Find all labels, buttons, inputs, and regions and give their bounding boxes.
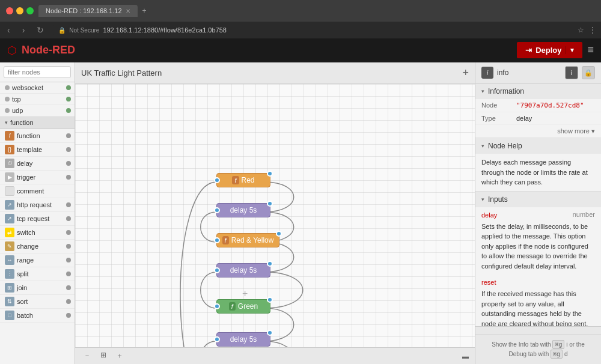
sidebar-item-change[interactable]: ✎ change <box>0 240 75 253</box>
node-value: "7907a70d.527cd8" <box>516 102 584 109</box>
maximize-button[interactable] <box>26 7 34 14</box>
address-bar[interactable]: 🔒 Not Secure 192.168.1.12:1880/#flow/816… <box>53 25 570 35</box>
reset-description: If the received message has this propert… <box>475 288 601 326</box>
zoom-in-button[interactable]: ＋ <box>114 350 126 362</box>
scrollbar-area[interactable] <box>475 326 601 335</box>
node-label: split <box>17 270 64 278</box>
function-icon: f <box>232 176 239 184</box>
show-more-link[interactable]: show more ▾ <box>475 125 601 138</box>
forward-button[interactable]: › <box>20 24 28 36</box>
search-input[interactable] <box>4 66 71 78</box>
sidebar-item-template[interactable]: {} template <box>0 143 75 157</box>
deploy-dropdown-icon[interactable]: ▾ <box>565 46 574 54</box>
nav-bar: ‹ › ↻ 🔒 Not Secure 192.168.1.12:1880/#fl… <box>0 22 601 38</box>
traffic-lights <box>6 7 34 14</box>
sidebar-item-delay[interactable]: ⏱ delay <box>0 157 75 171</box>
browser-chrome: Node-RED : 192.168.1.12 ✕ + <box>0 0 601 22</box>
refresh-button[interactable]: ↻ <box>34 24 46 36</box>
connector-out <box>66 271 71 276</box>
node-icon: ▶ <box>5 172 14 182</box>
connector-out <box>66 216 71 221</box>
delay-type: number <box>573 211 595 218</box>
sidebar-item-function[interactable]: f function <box>0 129 75 143</box>
info-tab-icon[interactable]: i <box>481 67 493 79</box>
sidebar-item-trigger[interactable]: ▶ trigger <box>0 171 75 184</box>
sidebar-item-http-request[interactable]: ↗ http request <box>0 198 75 212</box>
close-button[interactable] <box>6 7 13 14</box>
info-tab-button[interactable]: i <box>565 66 578 79</box>
lock-tab-button[interactable]: 🔒 <box>582 66 595 79</box>
menu-icon[interactable]: ⋮ <box>589 26 596 34</box>
sidebar-section-function[interactable]: ▾ function <box>0 117 75 129</box>
tab-title: Node-RED : 192.168.1.12 <box>46 7 122 14</box>
info-shortcut-label: Show the Info tab with <box>492 341 552 348</box>
sidebar-item-tcp[interactable]: tcp <box>0 94 75 105</box>
sidebar-item-comment[interactable]: comment <box>0 184 75 198</box>
back-button[interactable]: ‹ <box>5 24 13 36</box>
browser-tab[interactable]: Node-RED : 192.168.1.12 ✕ <box>38 5 138 17</box>
delay-description: Sets the delay, in milliseconds, to be a… <box>475 220 601 275</box>
node-icon: ↗ <box>5 214 14 223</box>
node-label: change <box>17 243 64 250</box>
info-section-information-header[interactable]: ▾ Information <box>475 83 601 99</box>
sidebar-item-join[interactable]: ⊞ join <box>0 281 75 295</box>
node-label: udp <box>12 107 64 114</box>
add-tab-icon[interactable]: + <box>142 7 147 15</box>
minimize-button[interactable] <box>16 7 23 14</box>
flow-node-redyellow[interactable]: f Red & Yellow <box>216 233 279 247</box>
input-port <box>214 207 220 213</box>
connector-out <box>66 258 71 262</box>
zoom-out-button[interactable]: － <box>81 350 93 362</box>
flow-node-delay1[interactable]: delay 5s <box>216 203 270 217</box>
node-name: Green <box>238 302 258 311</box>
connector-out <box>66 147 71 152</box>
connector-out <box>66 133 71 138</box>
canvas-tab-title: UK Traffic Light Pattern <box>81 68 162 77</box>
add-node-button[interactable]: + <box>242 288 248 299</box>
info-footer-text: Show the Info tab with ⌘g i or the <box>481 340 595 350</box>
connector-out <box>66 299 71 304</box>
flow-node-delay2[interactable]: delay 5s <box>216 263 270 278</box>
node-label: range <box>17 256 64 264</box>
output-port <box>267 330 273 336</box>
type-label: Type <box>481 115 511 122</box>
flow-node-red[interactable]: f Red <box>216 173 270 187</box>
sidebar-item-websocket[interactable]: websocket <box>0 82 75 94</box>
debug-shortcut-key: ⌘g <box>551 350 563 359</box>
connector-out <box>66 161 71 166</box>
delay-input-group: delay number <box>475 207 601 220</box>
sidebar-item-switch[interactable]: ⇄ switch <box>0 226 75 240</box>
info-shortcut-key: ⌘g <box>552 340 564 349</box>
node-label: function <box>17 132 64 139</box>
info-section-inputs: ▾ Inputs delay number Sets the delay, in… <box>475 192 601 327</box>
zoom-reset-button[interactable]: ⊞ <box>98 350 109 362</box>
info-shortcut-i: i or the <box>566 341 585 348</box>
star-icon[interactable]: ☆ <box>578 26 584 34</box>
input-port <box>214 267 220 273</box>
add-tab-button[interactable]: + <box>462 67 469 79</box>
node-icon: f <box>5 131 14 141</box>
flow-node-delay3[interactable]: delay 5s <box>216 332 270 347</box>
connector-out <box>66 175 71 180</box>
sidebar-item-batch[interactable]: □ batch <box>0 309 75 323</box>
sidebar-item-sort[interactable]: ⇅ sort <box>0 295 75 309</box>
deploy-button[interactable]: ⇥ Deploy ▾ <box>517 42 582 58</box>
sidebar-item-range[interactable]: ↔ range <box>0 253 75 267</box>
tab-close-icon[interactable]: ✕ <box>126 8 130 14</box>
function-icon: f <box>229 302 236 311</box>
flow-node-green[interactable]: f Green <box>216 299 270 314</box>
node-icon: ⏱ <box>5 159 14 168</box>
app-header: ⬡ Node-RED ⇥ Deploy ▾ ≡ <box>0 38 601 62</box>
flow-canvas[interactable]: f Red delay 5s f Red & Yellow <box>75 84 475 347</box>
connector-out <box>66 244 71 249</box>
sidebar-item-split[interactable]: ⋮ split <box>0 267 75 281</box>
logo-area: ⬡ Node-RED <box>7 44 75 57</box>
node-label: batch <box>17 312 64 319</box>
sidebar-item-udp[interactable]: udp <box>0 105 75 117</box>
info-section-node-help-header[interactable]: ▾ Node Help <box>475 138 601 154</box>
chevron-icon: ▾ <box>481 88 484 94</box>
info-section-inputs-header[interactable]: ▾ Inputs <box>475 192 601 207</box>
input-port <box>214 303 220 309</box>
sidebar-item-tcp-request[interactable]: ↗ tcp request <box>0 212 75 226</box>
menu-button[interactable]: ≡ <box>587 44 594 56</box>
